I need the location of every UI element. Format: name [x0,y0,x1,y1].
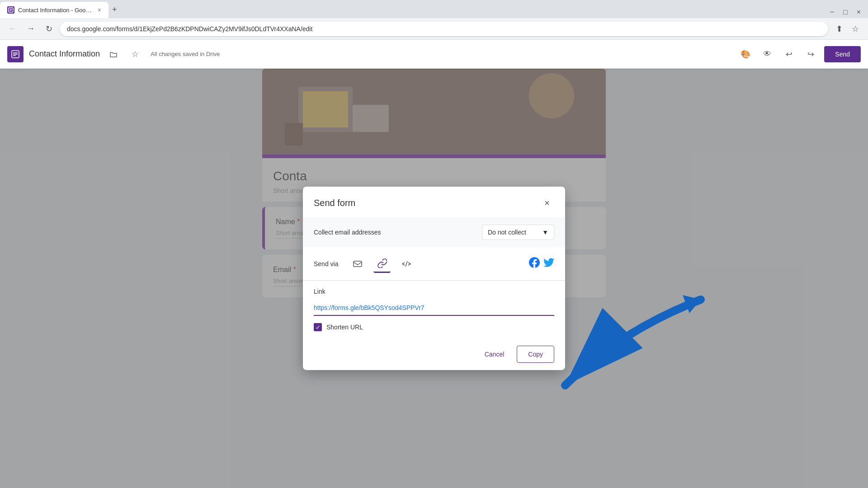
dialog-footer: Cancel Copy [303,338,565,370]
active-tab[interactable]: Contact Information - Google Fo... × [0,2,108,18]
collect-dropdown[interactable]: Do not collect ▼ [482,225,554,240]
saved-text: All changes saved in Drive [151,51,220,57]
send-button[interactable]: Send [824,46,861,62]
folder-icon[interactable] [105,46,122,62]
cancel-button[interactable]: Cancel [477,346,512,363]
dropdown-chevron-icon: ▼ [542,229,548,236]
close-button[interactable]: × [853,6,864,18]
tab-bar: Contact Information - Google Fo... × + −… [0,0,868,18]
send-form-dialog: Send form × Collect email addresses Do n… [303,187,565,370]
redo-icon[interactable]: ↪ [802,46,819,62]
shorten-url-checkbox[interactable]: ✓ [314,323,322,331]
tab-bar-right: − □ × [826,6,868,18]
dialog-close-button[interactable]: × [540,196,554,210]
link-label: Link [314,288,554,295]
tab-favicon [7,6,14,14]
send-embed-icon-button[interactable] [398,255,415,272]
address-bar: ← → ↻ ⬆ ☆ [0,18,868,40]
copy-button[interactable]: Copy [517,346,554,363]
refresh-button[interactable]: ↻ [42,22,56,36]
svg-line-15 [406,261,407,267]
browser-frame: Contact Information - Google Fo... × + −… [0,0,868,488]
send-link-icon-button[interactable] [373,254,391,273]
toolbar-icons: ⬆ ☆ [832,22,863,36]
collect-email-label: Collect email addresses [314,229,381,236]
dialog-overlay: Send form × Collect email addresses Do n… [0,69,868,488]
undo-icon[interactable]: ↩ [781,46,797,62]
send-via-row: Send via [303,247,565,281]
send-email-icon-button[interactable] [349,255,366,272]
twitter-share-button[interactable] [543,257,554,270]
shorten-url-label: Shorten URL [326,324,363,331]
palette-icon[interactable]: 🎨 [737,46,754,62]
collect-email-row: Collect email addresses Do not collect ▼ [303,217,565,247]
social-icons [529,257,554,270]
maximize-button[interactable]: □ [840,6,851,18]
shorten-url-row: ✓ Shorten URL [314,323,554,331]
link-section: Link ✓ Shorten URL [303,281,565,338]
app-title: Contact Information [29,49,100,59]
link-input[interactable] [314,300,554,316]
svg-rect-14 [354,261,362,267]
dialog-title: Send form [314,198,355,208]
collect-dropdown-value: Do not collect [488,229,526,236]
dialog-header: Send form × [303,187,565,217]
facebook-share-button[interactable] [529,257,540,270]
minimize-button[interactable]: − [826,6,838,18]
tab-title: Contact Information - Google Fo... [18,7,94,14]
share-icon[interactable]: ⬆ [832,22,846,36]
tab-close-icon[interactable]: × [98,6,101,14]
bookmark-icon[interactable]: ☆ [848,22,863,36]
new-tab-button[interactable]: + [108,1,121,18]
preview-icon[interactable]: 👁 [759,46,775,62]
app-icon [7,46,24,62]
back-button[interactable]: ← [5,22,20,36]
url-bar[interactable] [60,22,828,36]
forward-button[interactable]: → [24,22,38,36]
app-header: Contact Information ☆ All changes saved … [0,40,868,69]
main-content: Conta Short answer text Name * Short ans… [0,69,868,488]
star-icon[interactable]: ☆ [127,46,143,62]
svg-marker-17 [683,295,701,313]
send-via-label: Send via [314,260,338,267]
